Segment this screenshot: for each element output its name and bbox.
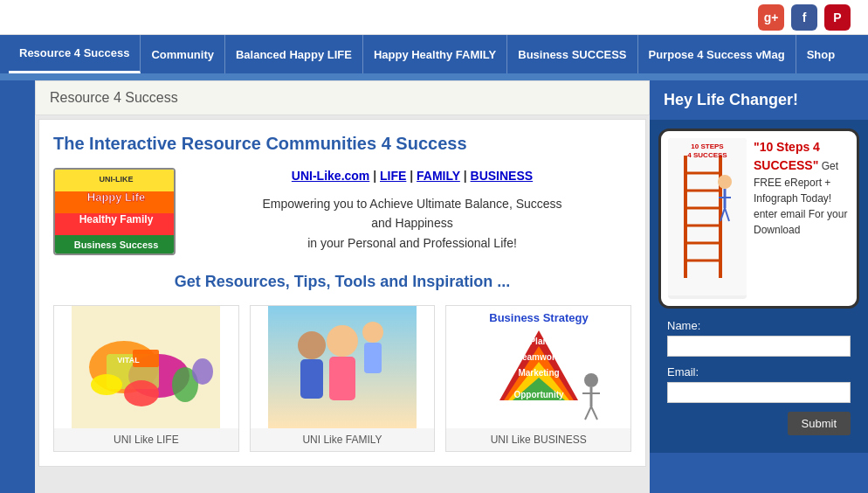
- name-label: Name:: [667, 319, 851, 332]
- svg-rect-23: [364, 343, 382, 373]
- intro-description: Empowering you to Achieve Ultimate Balan…: [193, 194, 631, 253]
- card-business-label: UNI Like BUSINESS: [446, 428, 630, 451]
- facebook-icon[interactable]: f: [791, 4, 817, 31]
- svg-point-24: [298, 331, 326, 359]
- card-life-label: UNI Like LIFE: [54, 428, 238, 451]
- promo-highlight: "10 Steps 4 SUCCESS": [754, 140, 820, 172]
- content-area: Resource 4 Success The Interactive Resou…: [35, 80, 650, 493]
- description-line-2: and Happiness: [193, 213, 631, 233]
- submit-button[interactable]: Submit: [788, 412, 851, 435]
- right-sidebar: Hey Life Changer!: [650, 80, 868, 493]
- svg-text:Happy Life: Happy Life: [87, 191, 145, 204]
- card-life-image: VITAL: [54, 306, 238, 428]
- unilike-link[interactable]: UNI-Like.com: [292, 169, 369, 183]
- top-bar: g+ f P: [0, 0, 868, 35]
- life-link[interactable]: LIFE: [380, 169, 406, 183]
- svg-point-13: [124, 380, 159, 406]
- svg-rect-41: [668, 138, 747, 295]
- page-title-bar: Resource 4 Success: [35, 80, 650, 115]
- promo-box: 10 STEPS 4 SUCCESS "10 Steps 4 SUCCESS" …: [658, 128, 859, 309]
- link-separator-2: |: [406, 169, 417, 183]
- section-title: The Interactive Resource Communities 4 S…: [53, 134, 631, 154]
- intro-section: UNI-LIKE Happy Life Healthy Family Busin…: [53, 168, 631, 255]
- business-link[interactable]: BUSINESS: [471, 169, 534, 183]
- card-business: Business Strategy Plan Teamwork Marketin…: [445, 305, 631, 452]
- resources-title: Get Resources, Tips, Tools and Inspirati…: [53, 273, 631, 291]
- nav-item-shop[interactable]: Shop: [796, 35, 846, 73]
- google-plus-icon[interactable]: g+: [758, 4, 784, 31]
- promo-image: 10 STEPS 4 SUCCESS: [668, 138, 747, 299]
- email-label: Email:: [667, 365, 851, 378]
- svg-text:VITAL: VITAL: [118, 356, 141, 365]
- nav-item-balanced-life[interactable]: Balanced Happy LIFE: [225, 35, 363, 73]
- nav-item-business-success[interactable]: Business SUCCESS: [507, 35, 637, 73]
- svg-text:4 SUCCESS: 4 SUCCESS: [687, 151, 727, 159]
- email-input[interactable]: [667, 382, 851, 403]
- svg-text:Opportunity: Opportunity: [513, 390, 564, 399]
- nav-item-resource[interactable]: Resource 4 Success: [9, 35, 141, 73]
- intro-links: UNI-Like.com | LIFE | FAMILY | BUSINESS: [193, 168, 631, 184]
- promo-text: "10 Steps 4 SUCCESS" Get FREE eReport + …: [754, 138, 850, 299]
- svg-text:Business Strategy: Business Strategy: [489, 311, 589, 324]
- page-title: Resource 4 Success: [50, 90, 635, 106]
- link-separator-3: |: [460, 169, 471, 183]
- family-link[interactable]: FAMILY: [417, 169, 460, 183]
- main-nav: Resource 4 Success Community Balanced Ha…: [0, 35, 868, 73]
- card-family-label: UNI Like FAMILY: [251, 428, 435, 451]
- description-line-1: Empowering you to Achieve Ultimate Balan…: [193, 194, 631, 213]
- nav-item-community[interactable]: Community: [141, 35, 225, 73]
- signup-form: Name: Email: Submit: [658, 319, 859, 444]
- logo-graphic: UNI-LIKE Happy Life Healthy Family Busin…: [53, 168, 176, 255]
- nav-item-vmag[interactable]: Purpose 4 Success vMag: [638, 35, 796, 73]
- svg-text:Plan: Plan: [529, 337, 548, 346]
- social-icons: g+ f P: [758, 4, 851, 31]
- svg-rect-21: [329, 357, 355, 400]
- svg-text:Marketing: Marketing: [518, 368, 559, 378]
- svg-point-22: [362, 322, 383, 343]
- sidebar-content: 10 STEPS 4 SUCCESS "10 Steps 4 SUCCESS" …: [650, 120, 868, 453]
- description-line-3: in your Personal and Professional Life!: [193, 233, 631, 253]
- pinterest-icon[interactable]: P: [824, 4, 851, 31]
- main-content: The Interactive Resource Communities 4 S…: [38, 119, 646, 467]
- svg-text:Business Success: Business Success: [74, 240, 159, 250]
- main-layout: Resource 4 Success The Interactive Resou…: [0, 80, 868, 493]
- svg-point-36: [584, 373, 598, 387]
- card-life: VITAL UNI Like LIFE: [53, 305, 239, 452]
- svg-point-18: [91, 374, 122, 395]
- nav-stripe: [0, 73, 868, 80]
- sidebar-header: Hey Life Changer!: [650, 80, 868, 120]
- link-separator-1: |: [369, 169, 380, 183]
- svg-text:10 STEPS: 10 STEPS: [691, 142, 724, 150]
- nav-item-happy-family[interactable]: Happy Healthy FAMILY: [363, 35, 507, 73]
- card-family: UNI Like FAMILY: [250, 305, 436, 452]
- svg-text:Teamwork: Teamwork: [517, 352, 560, 362]
- svg-rect-25: [300, 359, 323, 399]
- svg-point-50: [718, 175, 732, 189]
- svg-text:Healthy Family: Healthy Family: [79, 213, 154, 226]
- cards-row: VITAL UNI Like LIFE: [53, 305, 631, 452]
- card-family-image: [251, 306, 435, 428]
- card-business-image: Business Strategy Plan Teamwork Marketin…: [446, 306, 630, 428]
- svg-text:UNI-LIKE: UNI-LIKE: [100, 175, 134, 184]
- name-input[interactable]: [667, 336, 851, 357]
- left-sidebar: [0, 80, 35, 493]
- intro-text: UNI-Like.com | LIFE | FAMILY | BUSINESS …: [193, 168, 631, 255]
- svg-point-20: [327, 325, 358, 357]
- svg-point-17: [192, 358, 213, 385]
